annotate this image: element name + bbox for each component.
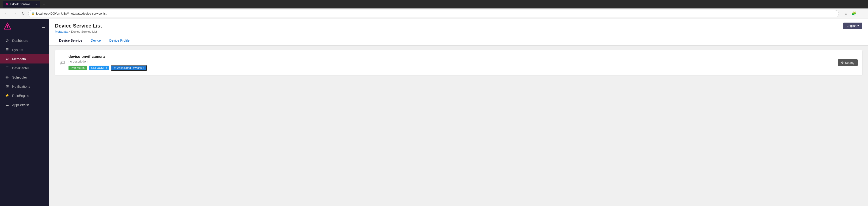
device-info: device-onvif-camera no description. Port… [68, 55, 834, 71]
sidebar-item-label-system: System [12, 48, 23, 52]
sidebar-item-label-ruleengine: RuleEngine [12, 94, 29, 98]
dashboard-icon: ⊙ [5, 38, 9, 43]
back-button[interactable]: ← [3, 10, 9, 17]
content-body: 🏷 device-onvif-camera no description. Po… [49, 46, 868, 80]
tabs-row: Device Service Device Device Profile [55, 36, 862, 45]
address-security-icon: 🔒 [31, 12, 35, 15]
sidebar-hamburger-button[interactable]: ☰ [42, 24, 45, 29]
sidebar-item-dashboard[interactable]: ⊙ Dashboard [0, 36, 49, 45]
setting-icon: ⚙ [841, 61, 844, 65]
sidebar-nav: ⊙ Dashboard ☰ System ⚙ Metadata ☰ DataCe… [0, 34, 49, 206]
language-button[interactable]: English ▾ [843, 23, 862, 29]
new-tab-button[interactable]: + [41, 2, 46, 6]
sidebar-item-label-dashboard: Dashboard [12, 39, 28, 43]
sidebar: ☰ ⊙ Dashboard ☰ System ⚙ Metadata ☰ Data… [0, 19, 49, 206]
tab-close-btn[interactable]: × [36, 3, 37, 6]
breadcrumb-separator: > [68, 30, 70, 33]
device-tag-icon: 🏷 [60, 60, 65, 66]
sidebar-item-datacenter[interactable]: ☰ DataCenter [0, 63, 49, 73]
device-card: 🏷 device-onvif-camera no description. Po… [55, 50, 862, 75]
sidebar-item-appservice[interactable]: ☁ AppService [0, 100, 49, 109]
badge-unlocked: UNLOCKED [89, 66, 109, 70]
address-text: localhost:4000/en-US/#/metadata/device-s… [36, 12, 836, 15]
content-header: Device Service List English ▾ Metadata >… [49, 19, 868, 46]
appservice-icon: ☁ [5, 103, 9, 107]
sidebar-item-system[interactable]: ☰ System [0, 45, 49, 54]
nav-bar: ← → ↻ 🔒 localhost:4000/en-US/#/metadata/… [0, 8, 868, 19]
badge-associated-devices[interactable]: ⬆ Associated Devices 3 [111, 65, 147, 71]
breadcrumb: Metadata > Device Service List [55, 30, 862, 33]
device-description: no description. [68, 60, 834, 63]
tab-device-profile[interactable]: Device Profile [105, 36, 134, 45]
nav-right: ☆ 🧩 ⋮ [843, 10, 865, 17]
sidebar-item-label-notifications: Notifications [12, 85, 30, 88]
tab-device[interactable]: Device [87, 36, 105, 45]
badge-port: Port 59985 [68, 66, 87, 70]
device-name: device-onvif-camera [68, 55, 834, 59]
metadata-icon: ⚙ [5, 57, 9, 61]
notifications-icon: ✉ [5, 84, 9, 89]
breadcrumb-current: Device Service List [71, 30, 97, 33]
edgex-tab-icon: ✕ [6, 2, 8, 6]
associated-devices-label: Associated Devices 3 [117, 66, 144, 70]
main-content: Device Service List English ▾ Metadata >… [49, 19, 868, 206]
browser-tab-active[interactable]: ✕ EdgeX Console × [3, 1, 40, 7]
browser-tab-title: EdgeX Console [10, 3, 30, 6]
sidebar-item-label-scheduler: Scheduler [12, 76, 27, 79]
refresh-button[interactable]: ↻ [20, 10, 26, 17]
language-label: English [846, 24, 857, 27]
sidebar-item-notifications[interactable]: ✉ Notifications [0, 82, 49, 91]
page-title: Device Service List [55, 23, 102, 29]
sidebar-item-label-datacenter: DataCenter [12, 66, 29, 70]
system-icon: ☰ [5, 48, 9, 52]
setting-button[interactable]: ⚙ Setting [838, 59, 858, 66]
sidebar-item-label-metadata: Metadata [12, 57, 26, 61]
extensions-button[interactable]: 🧩 [850, 10, 857, 17]
ruleengine-icon: ⚡ [5, 93, 9, 98]
sidebar-item-metadata[interactable]: ⚙ Metadata [0, 54, 49, 63]
tab-bar: ✕ EdgeX Console × + [3, 1, 46, 7]
sidebar-item-ruleengine[interactable]: ⚡ RuleEngine [0, 91, 49, 100]
sidebar-logo [4, 23, 11, 30]
breadcrumb-metadata-link[interactable]: Metadata [55, 30, 68, 33]
tab-device-service[interactable]: Device Service [55, 36, 87, 45]
setting-label: Setting [845, 61, 855, 65]
bookmark-button[interactable]: ☆ [843, 10, 849, 17]
datacenter-icon: ☰ [5, 66, 9, 70]
scheduler-icon: ◎ [5, 75, 9, 79]
sidebar-header: ☰ [0, 19, 49, 34]
forward-button[interactable]: → [11, 10, 18, 17]
app-layout: ☰ ⊙ Dashboard ☰ System ⚙ Metadata ☰ Data… [0, 19, 868, 206]
associated-devices-icon: ⬆ [114, 66, 116, 70]
content-title-row: Device Service List English ▾ [55, 23, 862, 29]
sidebar-item-scheduler[interactable]: ◎ Scheduler [0, 73, 49, 82]
address-bar[interactable]: 🔒 localhost:4000/en-US/#/metadata/device… [28, 10, 839, 17]
sidebar-item-label-appservice: AppService [12, 103, 29, 107]
browser-chrome: ✕ EdgeX Console × + [0, 0, 868, 8]
menu-button[interactable]: ⋮ [859, 10, 865, 17]
device-badges: Port 59985 UNLOCKED ⬆ Associated Devices… [68, 65, 834, 71]
language-arrow-icon: ▾ [858, 24, 859, 27]
logo-icon [4, 23, 11, 30]
